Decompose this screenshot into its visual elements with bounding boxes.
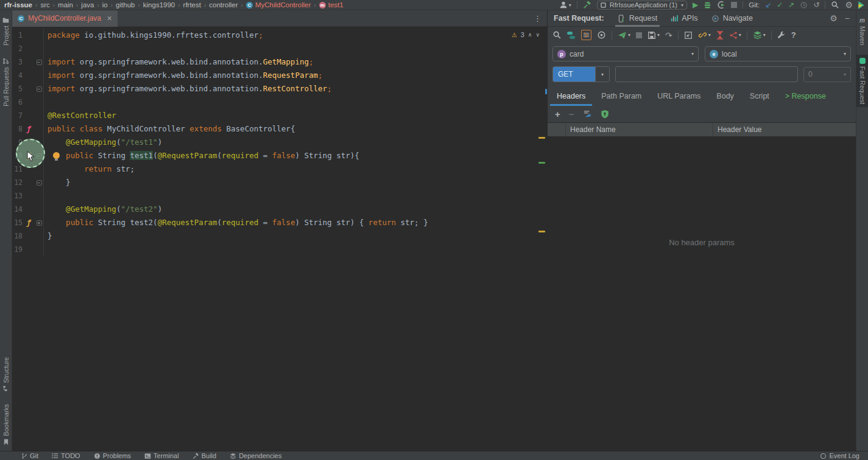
editor-tab[interactable]: C MyChildController.java ✕ bbox=[12, 10, 118, 27]
stop-button[interactable] bbox=[731, 2, 737, 8]
add-preset-headers-icon[interactable] bbox=[583, 110, 592, 119]
code-line[interactable]: 18} bbox=[12, 229, 547, 243]
redo-icon[interactable]: ↷ bbox=[665, 31, 672, 40]
environment-select[interactable]: e local ▾ bbox=[705, 46, 851, 61]
git-push-icon[interactable]: ↗ bbox=[788, 1, 794, 9]
toolwindow-event-log[interactable]: Event Log bbox=[820, 452, 859, 459]
profile-button[interactable]: ▾ bbox=[559, 1, 571, 9]
inspections-widget[interactable]: ⚠3 ∧ ∨ bbox=[512, 31, 540, 38]
toggle-config-icon[interactable] bbox=[567, 31, 576, 40]
toolwindow-dependencies[interactable]: Dependencies bbox=[230, 452, 281, 459]
fold-toggle-icon[interactable]: − bbox=[37, 60, 42, 65]
fold-toggle-icon[interactable]: + bbox=[37, 220, 42, 226]
tab-path-param[interactable]: Path Param bbox=[593, 86, 649, 106]
warning-stripe-mark[interactable] bbox=[538, 137, 545, 139]
sidebar-item-fast-request[interactable]: Fast Request bbox=[856, 55, 868, 107]
breadcrumb-item[interactable]: src bbox=[40, 1, 49, 9]
rollback-icon[interactable]: ↺ bbox=[813, 1, 819, 9]
toolwindow-problems[interactable]: Problems bbox=[94, 452, 131, 459]
sidebar-item-project[interactable]: Project bbox=[0, 14, 12, 49]
code-line[interactable]: 14 @GetMapping("/test2") bbox=[12, 203, 547, 216]
code-line[interactable]: 10ƒ− public String test1(@RequestParam(r… bbox=[12, 149, 547, 162]
breadcrumb-class[interactable]: CMyChildController bbox=[246, 1, 311, 9]
headers-table-body[interactable]: No header params bbox=[548, 137, 856, 451]
toolwindow-build[interactable]: Build bbox=[192, 452, 216, 459]
code-editor[interactable]: 1package io.github.kings1990.rfrtest.con… bbox=[12, 27, 547, 451]
target-icon[interactable] bbox=[597, 30, 606, 40]
run-fast-request-icon[interactable] bbox=[717, 1, 725, 9]
tab-headers[interactable]: Headers bbox=[549, 86, 593, 106]
auth-shield-icon[interactable] bbox=[601, 110, 609, 119]
code-line[interactable]: 9 @GetMapping("/test1") bbox=[12, 136, 547, 149]
code-line[interactable]: 19 bbox=[12, 243, 547, 256]
breadcrumb-item[interactable]: github bbox=[116, 1, 135, 9]
wrench-icon[interactable] bbox=[777, 31, 786, 40]
code-line[interactable]: 2 bbox=[12, 42, 547, 55]
vcs-stripe-mark[interactable] bbox=[538, 162, 545, 164]
toolwindow-terminal[interactable]: Terminal bbox=[144, 452, 179, 459]
services-icon[interactable] bbox=[704, 1, 711, 9]
url-input[interactable] bbox=[615, 66, 798, 82]
git-commit-icon[interactable]: ✓ bbox=[777, 1, 783, 9]
tab-apis[interactable]: APIs bbox=[671, 10, 697, 27]
breadcrumb-item[interactable]: kings1990 bbox=[143, 1, 175, 9]
send-request-button[interactable]: ▾ bbox=[618, 30, 630, 40]
environment-layers-button[interactable]: ▾ bbox=[753, 30, 766, 40]
sidebar-item-pull-requests[interactable]: Pull Requests bbox=[0, 55, 12, 110]
copy-link-button[interactable]: ▾ bbox=[698, 30, 711, 40]
fast-request-gutter-icon[interactable]: ƒ bbox=[26, 218, 30, 227]
tab-script[interactable]: Script bbox=[742, 86, 777, 106]
hourglass-icon[interactable] bbox=[716, 31, 724, 40]
code-line[interactable]: 5−import org.springframework.web.bind.an… bbox=[12, 82, 547, 96]
fold-toggle-icon[interactable]: − bbox=[37, 180, 42, 186]
help-button[interactable]: ? bbox=[791, 30, 796, 40]
close-icon[interactable]: ✕ bbox=[107, 15, 112, 23]
add-header-button[interactable]: + bbox=[555, 110, 560, 119]
sidebar-item-maven[interactable]: m Maven bbox=[856, 14, 868, 49]
count-select[interactable]: 0 ▾ bbox=[803, 67, 851, 82]
save-button[interactable]: ▾ bbox=[647, 31, 660, 40]
prev-warning-icon[interactable]: ∧ bbox=[528, 32, 532, 38]
breadcrumb-project[interactable]: rfr-issue bbox=[4, 1, 32, 9]
column-header-value[interactable]: Header Value bbox=[713, 125, 856, 134]
code-line[interactable]: 7@RestController bbox=[12, 109, 547, 122]
git-update-icon[interactable]: ↙ bbox=[765, 1, 771, 9]
project-select[interactable]: p card ▾ bbox=[552, 46, 699, 61]
code-line[interactable]: 13 bbox=[12, 189, 547, 203]
breadcrumb-item[interactable]: io bbox=[102, 1, 108, 9]
tab-options-icon[interactable]: ⋮ bbox=[534, 14, 542, 23]
code-line[interactable]: 12− } bbox=[12, 176, 547, 189]
run-button[interactable]: ▶ bbox=[693, 1, 698, 9]
tab-body[interactable]: Body bbox=[708, 86, 742, 106]
breadcrumb-item[interactable]: java bbox=[81, 1, 94, 9]
tab-request[interactable]: Request bbox=[618, 10, 658, 27]
tab-navigate[interactable]: Navigate bbox=[711, 10, 753, 27]
tab-url-params[interactable]: URL Params bbox=[649, 86, 708, 106]
build-hammer-icon[interactable] bbox=[583, 1, 591, 9]
next-warning-icon[interactable]: ∨ bbox=[535, 32, 540, 38]
code-line[interactable]: 6 bbox=[12, 96, 547, 109]
run-configuration-select[interactable]: RfrIssueApplication (1) ▾ bbox=[597, 1, 687, 10]
import-curl-icon[interactable] bbox=[684, 31, 693, 40]
filter-settings-icon[interactable] bbox=[581, 30, 591, 40]
sidebar-item-bookmarks[interactable]: Bookmarks bbox=[0, 401, 12, 448]
panel-settings-gear-icon[interactable]: ⚙ bbox=[830, 14, 838, 23]
column-header-name[interactable]: Header Name bbox=[566, 123, 713, 136]
share-button[interactable]: ▾ bbox=[729, 31, 741, 40]
fast-request-gutter-icon[interactable]: ƒ bbox=[26, 125, 30, 133]
search-icon[interactable] bbox=[831, 1, 839, 9]
code-line[interactable]: 4import org.springframework.web.bind.ann… bbox=[12, 69, 547, 82]
code-line[interactable]: 15ƒ+ public String test2(@RequestParam(r… bbox=[12, 216, 547, 229]
fold-toggle-icon[interactable]: − bbox=[37, 86, 42, 92]
sidebar-item-structure[interactable]: Structure bbox=[0, 354, 12, 396]
code-line[interactable]: 8ƒpublic class MyChildController extends… bbox=[12, 122, 547, 136]
code-line[interactable]: 3−import org.springframework.web.bind.an… bbox=[12, 55, 547, 69]
method-select[interactable]: GET ▾ bbox=[552, 66, 610, 82]
breadcrumb-item[interactable]: rfrtest bbox=[183, 1, 201, 9]
warning-stripe-mark[interactable] bbox=[538, 231, 545, 232]
toolwindow-git[interactable]: Git bbox=[21, 452, 38, 459]
search-icon[interactable] bbox=[552, 30, 562, 40]
breadcrumb-method[interactable]: mtest1 bbox=[319, 1, 344, 9]
code-line[interactable]: 11 return str; bbox=[12, 162, 547, 176]
hide-panel-icon[interactable]: − bbox=[845, 14, 850, 23]
